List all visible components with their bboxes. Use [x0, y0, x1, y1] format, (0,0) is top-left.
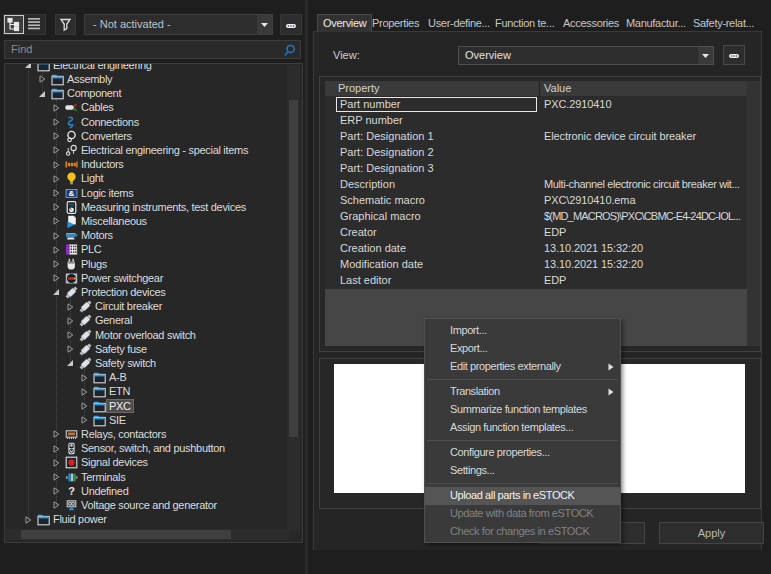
svg-text:?: ? [68, 485, 75, 497]
svg-text:&: & [69, 189, 75, 198]
